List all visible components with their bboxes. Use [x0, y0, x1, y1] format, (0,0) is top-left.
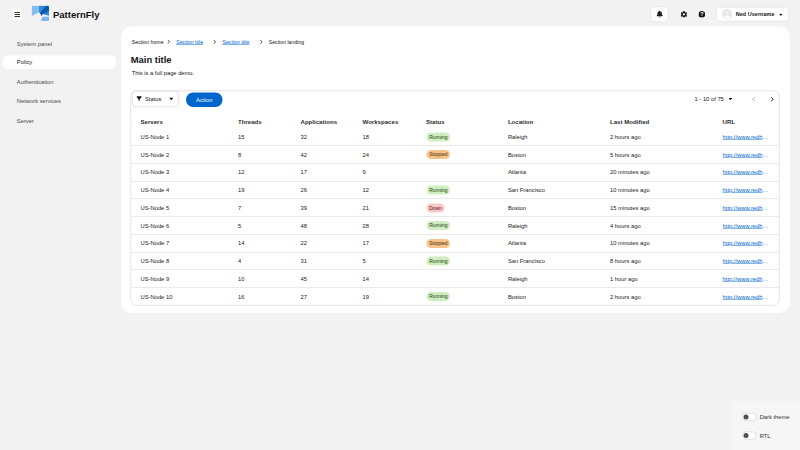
svg-text:?: ? — [700, 11, 703, 17]
